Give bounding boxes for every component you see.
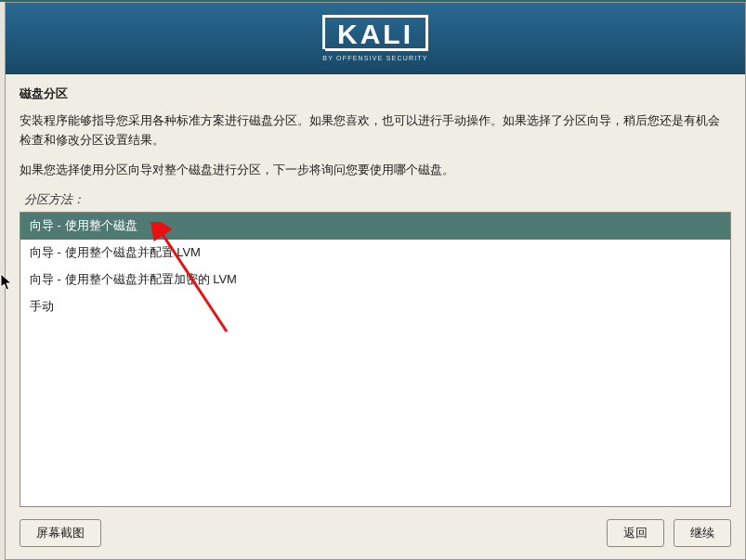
header-banner: KALI BY OFFENSIVE SECURITY: [6, 3, 745, 74]
installer-window: KALI BY OFFENSIVE SECURITY 磁盘分区 安装程序能够指导…: [5, 2, 746, 560]
instruction-text-1: 安装程序能够指导您采用各种标准方案进行磁盘分区。如果您喜欢，也可以进行手动操作。…: [20, 111, 731, 150]
option-manual[interactable]: 手动: [20, 293, 730, 320]
kali-logo: KALI BY OFFENSIVE SECURITY: [322, 15, 428, 61]
option-guided-encrypted-lvm[interactable]: 向导 - 使用整个磁盘并配置加密的 LVM: [20, 267, 730, 293]
screenshot-button[interactable]: 屏幕截图: [20, 519, 101, 547]
option-guided-whole-disk[interactable]: 向导 - 使用整个磁盘: [20, 213, 730, 240]
option-label: 手动: [30, 299, 54, 313]
method-label: 分区方法：: [20, 189, 731, 212]
logo-subtitle: BY OFFENSIVE SECURITY: [322, 55, 427, 61]
page-title: 磁盘分区: [6, 74, 745, 111]
partition-method-list[interactable]: 向导 - 使用整个磁盘 向导 - 使用整个磁盘并配置 LVM 向导 - 使用整个…: [20, 212, 731, 507]
logo-text: KALI: [337, 20, 413, 48]
option-label: 向导 - 使用整个磁盘并配置 LVM: [30, 245, 201, 259]
footer-bar: 屏幕截图 返回 继续: [6, 507, 745, 559]
continue-button[interactable]: 继续: [674, 519, 731, 547]
back-button[interactable]: 返回: [607, 519, 664, 547]
option-label: 向导 - 使用整个磁盘并配置加密的 LVM: [30, 272, 237, 286]
content-area: 安装程序能够指导您采用各种标准方案进行磁盘分区。如果您喜欢，也可以进行手动操作。…: [20, 111, 731, 507]
instruction-text-2: 如果您选择使用分区向导对整个磁盘进行分区，下一步将询问您要使用哪个磁盘。: [20, 161, 731, 180]
option-label: 向导 - 使用整个磁盘: [30, 218, 137, 232]
option-guided-lvm[interactable]: 向导 - 使用整个磁盘并配置 LVM: [20, 240, 730, 267]
